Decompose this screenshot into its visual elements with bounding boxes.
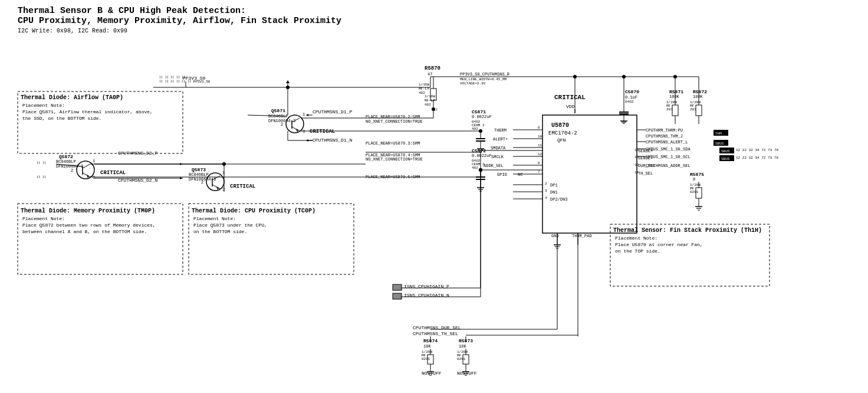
svg-text:10K: 10K (423, 344, 431, 349)
svg-text:ISNS_CPUHIGAIN_P: ISNS_CPUHIGAIN_P (404, 284, 449, 289)
svg-text:SBUS: SBUS (721, 157, 730, 161)
svg-text:ALERT+: ALERT+ (493, 137, 508, 142)
svg-rect-254 (393, 284, 402, 290)
svg-text:0.1uF: 0.1uF (625, 95, 637, 100)
svg-text:Q5872: Q5872 (59, 154, 73, 159)
svg-text:DN1: DN1 (550, 190, 558, 195)
svg-text:3: 3 (303, 129, 305, 134)
svg-text:SMCLK: SMCLK (491, 155, 504, 159)
svg-text:402: 402 (472, 166, 478, 170)
svg-text:Placement Note:: Placement Note: (22, 216, 65, 221)
svg-point-294 (479, 168, 482, 172)
svg-rect-27 (672, 105, 678, 116)
svg-text:CPUTHMSNS_D1_P: CPUTHMSNS_D1_P (313, 109, 352, 114)
svg-text:C5870: C5870 (625, 89, 639, 94)
svg-text:402: 402 (425, 103, 431, 107)
svg-text:NO_XNET_CONNECTION=TRUE: NO_XNET_CONNECTION=TRUE (366, 157, 423, 162)
svg-point-230 (673, 75, 677, 78)
svg-text:PP3V3_S0_CPUTHMSNS_R: PP3V3_S0_CPUTHMSNS_R (460, 72, 510, 77)
svg-text:1: 1 (222, 171, 225, 175)
svg-text:SMBUS_SMC_1_S0_SCL: SMBUS_SMC_1_S0_SCL (646, 155, 691, 159)
svg-text:12: 12 (538, 152, 542, 156)
svg-point-229 (622, 75, 626, 78)
svg-line-158 (83, 164, 90, 168)
svg-text:DFN1006H4-3: DFN1006H4-3 (56, 164, 83, 169)
svg-text:THRM_PAD: THRM_PAD (572, 234, 592, 238)
svg-text:0402: 0402 (625, 100, 634, 104)
svg-text:1: 1 (303, 112, 305, 117)
svg-text:Place Q5873 under the CPU,: Place Q5873 under the CPU, (193, 222, 267, 228)
svg-marker-170 (180, 177, 182, 179)
svg-text:2: 2 (71, 168, 73, 173)
svg-text:Thermal Diode: Airflow (TA0P): Thermal Diode: Airflow (TA0P) (21, 94, 123, 101)
schematic-svg: PP3V3_S0 ⌇⌇ ⌇⌇ ⌇⌇ ⌇⌇ ⌇⌇ R5870 47 1/16W M… (0, 0, 868, 393)
svg-text:12 22 32 34 72 73 76: 12 22 32 34 72 73 76 (736, 156, 778, 160)
svg-text:100K: 100K (693, 94, 703, 99)
svg-text:14: 14 (634, 171, 639, 175)
svg-text:201: 201 (666, 107, 673, 112)
svg-text:Placement Note:: Placement Note: (22, 103, 65, 108)
svg-text:2: 2 (201, 180, 203, 185)
svg-text:R5875: R5875 (690, 172, 704, 177)
svg-text:DP1: DP1 (550, 183, 558, 188)
svg-text:Placement Note:: Placement Note: (615, 235, 657, 241)
svg-point-237 (479, 129, 482, 133)
svg-text:between channel A and B, on th: between channel A and B, on the BOTTOM s… (22, 229, 147, 234)
svg-text:3: 3 (93, 175, 95, 180)
svg-text:CPUTHMSNS_D1_N: CPUTHMSNS_D1_N (313, 137, 352, 143)
svg-text:⌇⌇ ⌇⌇ ⌇⌇ ⌇⌇ ⌇⌇ ⌇⌇ PP3V3_S0: ⌇⌇ ⌇⌇ ⌇⌇ ⌇⌇ ⌇⌇ ⌇⌇ PP3V3_S0 (159, 80, 211, 84)
svg-text:EMC1704-2: EMC1704-2 (548, 130, 577, 136)
svg-text:VOLTAGE=3.3V: VOLTAGE=3.3V (460, 81, 486, 86)
svg-text:the SSD, on the BOTTOM side.: the SSD, on the BOTTOM side. (22, 116, 101, 121)
svg-text:1/16W: 1/16W (419, 83, 429, 87)
svg-text:BC846BLP: BC846BLP (56, 159, 76, 164)
svg-text:VDD: VDD (566, 104, 575, 109)
svg-text:PLACE_NEAR=U5870.3:5MM: PLACE_NEAR=U5870.3:5MM (366, 141, 420, 146)
svg-text:201: 201 (690, 107, 696, 112)
svg-text:1: 1 (93, 159, 95, 163)
svg-text:Place U5870 at corner near Fan: Place U5870 at corner near Fan, (615, 242, 703, 247)
svg-text:11: 11 (538, 143, 542, 148)
svg-text:Place Q5871, Airflow thermal i: Place Q5871, Airflow thermal indicator, … (22, 109, 153, 114)
svg-text:3: 3 (222, 187, 225, 192)
svg-line-159 (83, 173, 90, 177)
svg-text:NC: NC (518, 172, 522, 177)
svg-marker-178 (216, 186, 219, 190)
svg-text:1/16W: 1/16W (425, 94, 435, 99)
svg-text:MEN_LINE_WIDTH=0.45_MM: MEN_LINE_WIDTH=0.45_MM (460, 77, 507, 81)
svg-point-228 (573, 75, 577, 78)
svg-text:THM: THM (715, 132, 722, 136)
svg-text:C5871: C5871 (472, 109, 486, 114)
svg-text:12 22 32 34 72 73 76: 12 22 32 34 72 73 76 (736, 148, 778, 152)
svg-text:SMDATA: SMDATA (491, 146, 506, 150)
svg-point-174 (206, 173, 224, 191)
svg-text:402: 402 (472, 127, 478, 131)
svg-line-177 (212, 185, 220, 189)
svg-text:0: 0 (693, 177, 695, 182)
svg-text:4: 4 (545, 196, 547, 200)
svg-text:THERM: THERM (494, 128, 507, 133)
svg-text:CPUTHMSNS_TH_SEL: CPUTHMSNS_TH_SEL (413, 331, 458, 336)
svg-text:2: 2 (545, 182, 547, 186)
svg-text:⌇⌇ ⌇⌇: ⌇⌇ ⌇⌇ (37, 175, 46, 179)
svg-text:on the BOTTOM side.: on the BOTTOM side. (193, 229, 247, 234)
svg-text:⌇⌇ ⌇⌇ ⌇⌇ ⌇⌇ ⌇⌇: ⌇⌇ ⌇⌇ ⌇⌇ ⌇⌇ ⌇⌇ (159, 76, 185, 80)
svg-text:CPUTHMSNS_THM_J: CPUTHMSNS_THM_J (646, 134, 683, 139)
svg-text:SBUS: SBUS (721, 149, 730, 153)
svg-text:CPUTHMSNS_DUR_SEL: CPUTHMSNS_DUR_SEL (413, 325, 461, 330)
svg-text:Thermal Sensor: Fin Stack Prox: Thermal Sensor: Fin Stack Proximity (Th1… (613, 227, 762, 234)
svg-text:0.0022uF: 0.0022uF (472, 114, 492, 119)
svg-text:SMBUS_SMC_1_S0_SDA: SMBUS_SMC_1_S0_SDA (646, 147, 691, 152)
svg-text:GND: GND (551, 234, 559, 238)
svg-text:BC846BLP: BC846BLP (189, 172, 209, 177)
svg-rect-208 (189, 204, 354, 274)
svg-text:R5871: R5871 (669, 89, 683, 94)
svg-marker-134 (306, 114, 308, 116)
svg-text:U5870: U5870 (551, 122, 569, 129)
svg-text:R5872: R5872 (693, 89, 707, 94)
svg-text:CRITICAL: CRITICAL (554, 94, 586, 101)
svg-text:10K: 10K (459, 344, 466, 349)
svg-text:Place Q5872 between two rows o: Place Q5872 between two rows of Memory d… (22, 222, 156, 228)
svg-text:47: 47 (433, 108, 438, 112)
svg-text:PLACE_NEAR=U5870.2:5MM: PLACE_NEAR=U5870.2:5MM (366, 114, 420, 119)
